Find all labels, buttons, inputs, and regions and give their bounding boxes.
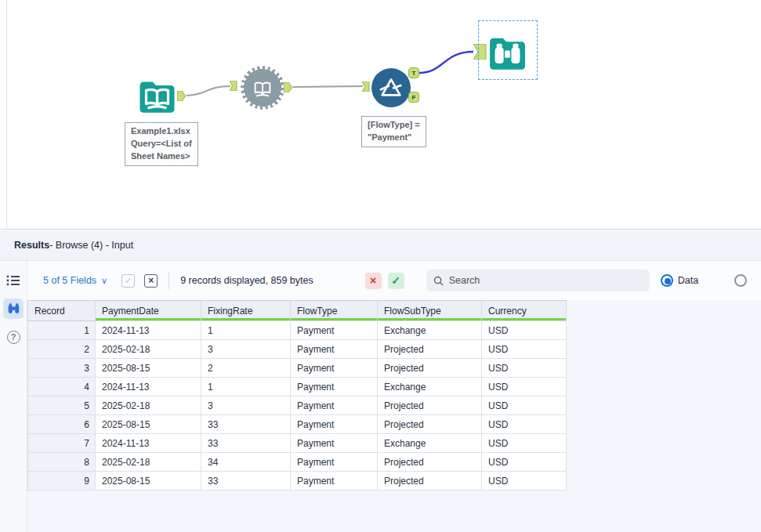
alteryx-designer-window: T F Example1.xlsx Query=<List of <box>0 0 761 532</box>
data-cell[interactable]: USD <box>482 378 567 396</box>
data-cell[interactable]: 3 <box>201 396 291 415</box>
dynamic-input-output-anchor[interactable] <box>284 82 293 92</box>
data-cell[interactable]: 2025-08-15 <box>96 472 201 490</box>
data-cell[interactable]: Projected <box>378 359 482 378</box>
search-input[interactable] <box>449 275 629 286</box>
search-box[interactable] <box>426 270 650 291</box>
wire-dynamic-to-filter <box>293 86 363 87</box>
data-cell[interactable]: 33 <box>201 472 291 490</box>
column-header[interactable]: FlowType <box>291 301 378 321</box>
metadata-radio[interactable] <box>734 274 747 287</box>
browse-tool[interactable] <box>488 34 527 71</box>
select-fields-checkbox-icon[interactable]: ✓ <box>121 274 135 288</box>
record-number-cell[interactable]: 4 <box>28 378 96 396</box>
record-number-cell[interactable]: 6 <box>28 415 96 434</box>
data-radio-label: Data <box>678 275 698 286</box>
records-info: 9 records displayed, 859 bytes <box>180 275 313 286</box>
data-cell[interactable]: 33 <box>201 434 291 453</box>
data-radio[interactable] <box>661 274 673 287</box>
open-book-icon <box>255 83 270 96</box>
data-cell[interactable]: Payment <box>291 340 378 359</box>
data-cell[interactable]: Exchange <box>378 434 482 453</box>
data-cell[interactable]: USD <box>482 340 567 359</box>
column-header[interactable]: Record <box>28 301 96 321</box>
data-cell[interactable]: 2024-11-13 <box>96 321 201 340</box>
data-cell[interactable]: 2024-11-13 <box>96 378 201 396</box>
data-cell[interactable]: 1 <box>201 321 291 340</box>
fields-dropdown[interactable]: 5 of 5 Fields ∨ <box>43 275 107 286</box>
annotation-line: Query=<List of <box>131 138 192 150</box>
filter-true-anchor[interactable]: T <box>408 67 419 78</box>
record-number-cell[interactable]: 3 <box>28 359 96 378</box>
data-cell[interactable]: USD <box>482 396 567 415</box>
column-header[interactable]: FixingRate <box>201 301 291 321</box>
input-output-anchor[interactable] <box>177 91 187 101</box>
data-cell[interactable]: 3 <box>201 340 291 359</box>
data-cell[interactable]: Payment <box>291 359 378 378</box>
data-cell[interactable]: 2024-11-13 <box>96 434 201 453</box>
data-cell[interactable]: 2025-02-18 <box>96 340 201 359</box>
wire-input-to-dynamic <box>187 86 230 96</box>
data-cell[interactable]: Exchange <box>378 321 482 340</box>
data-cell[interactable]: USD <box>482 434 567 453</box>
filter-tool[interactable] <box>371 68 411 107</box>
record-number-cell[interactable]: 9 <box>28 472 96 490</box>
config-list-icon[interactable] <box>3 270 24 291</box>
dynamic-input-input-anchor[interactable] <box>230 81 237 91</box>
data-cell[interactable]: 2025-08-15 <box>96 415 201 434</box>
record-number-cell[interactable]: 7 <box>28 434 96 453</box>
column-header[interactable]: PaymentDate <box>96 301 201 321</box>
data-cell[interactable]: 2025-02-18 <box>96 396 201 415</box>
dynamic-input-tool[interactable] <box>241 66 284 110</box>
data-cell[interactable]: Payment <box>291 378 378 396</box>
data-cell[interactable]: Projected <box>378 396 482 415</box>
results-panel: Results - Browse (4) - Input <box>0 230 761 532</box>
clear-filter-button[interactable]: × <box>365 273 382 289</box>
data-cell[interactable]: 1 <box>201 378 291 396</box>
data-cell[interactable]: Projected <box>378 453 482 472</box>
data-cell[interactable]: USD <box>482 415 567 434</box>
data-cell[interactable]: 2 <box>201 359 291 378</box>
data-cell[interactable]: 2025-02-18 <box>96 453 201 472</box>
record-number-cell[interactable]: 2 <box>28 340 96 359</box>
data-cell[interactable]: 33 <box>201 415 291 434</box>
data-cell[interactable]: 2025-08-15 <box>96 359 201 378</box>
column-header[interactable]: FlowSubType <box>378 301 482 321</box>
data-cell[interactable]: USD <box>482 453 567 472</box>
data-cell[interactable]: 34 <box>201 453 291 472</box>
chevron-down-icon: ∨ <box>101 276 107 286</box>
data-cell[interactable]: Payment <box>291 434 378 453</box>
apply-filter-button[interactable]: ✓ <box>388 273 404 289</box>
workflow-canvas[interactable]: T F Example1.xlsx Query=<List of <box>0 0 761 230</box>
data-cell[interactable]: USD <box>482 359 567 378</box>
data-cell[interactable]: Payment <box>291 472 378 490</box>
browse-view-icon[interactable] <box>3 299 24 319</box>
fields-dropdown-label: 5 of 5 Fields <box>43 275 96 286</box>
results-titlebar: Results - Browse (4) - Input <box>0 230 761 261</box>
data-cell[interactable]: Projected <box>378 472 482 490</box>
record-number-cell[interactable]: 5 <box>28 396 96 415</box>
input-data-tool[interactable] <box>138 78 176 114</box>
data-cell[interactable]: Payment <box>291 396 378 415</box>
results-table: RecordPaymentDateFixingRateFlowTypeFlowS… <box>27 300 567 490</box>
data-cell[interactable]: USD <box>482 472 567 490</box>
filter-tool-annotation[interactable]: [FlowType] = "Payment" <box>361 116 426 147</box>
filter-false-anchor[interactable]: F <box>408 92 419 103</box>
input-tool-annotation[interactable]: Example1.xlsx Query=<List of Sheet Names… <box>125 122 198 166</box>
data-cell[interactable]: Payment <box>291 321 378 340</box>
close-glyph: × <box>148 275 154 286</box>
column-header[interactable]: Currency <box>482 301 567 321</box>
data-cell[interactable]: USD <box>482 321 567 340</box>
data-cell[interactable]: Payment <box>291 415 378 434</box>
data-cell[interactable]: Payment <box>291 453 378 472</box>
record-number-cell[interactable]: 1 <box>28 321 96 340</box>
data-cell[interactable]: Projected <box>378 340 482 359</box>
results-title-path: - Browse (4) - Input <box>49 240 133 251</box>
help-icon[interactable]: ? <box>3 327 24 347</box>
annotation-line: Sheet Names> <box>131 150 192 163</box>
data-cell[interactable]: Exchange <box>378 378 482 396</box>
record-number-cell[interactable]: 8 <box>28 453 96 472</box>
deselect-fields-icon[interactable]: × <box>144 274 158 288</box>
filter-input-anchor[interactable] <box>362 81 370 92</box>
data-cell[interactable]: Projected <box>378 415 482 434</box>
